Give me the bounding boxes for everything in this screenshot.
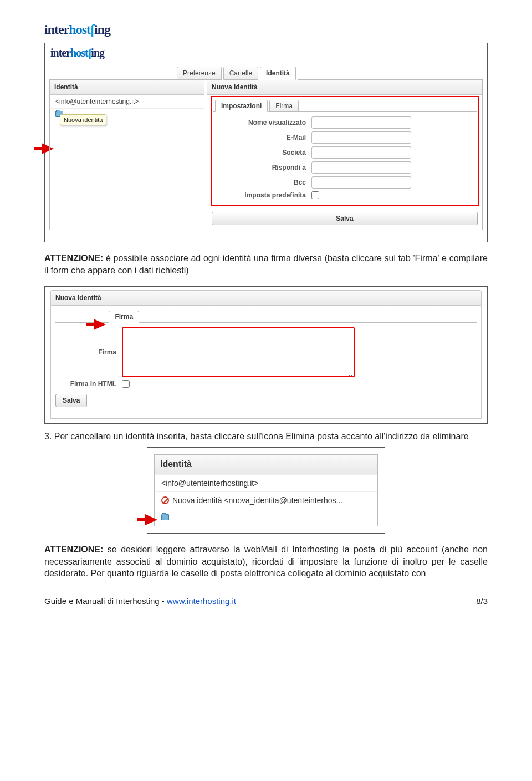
default-checkbox[interactable]	[311, 191, 319, 199]
label-bcc: Bcc	[217, 179, 311, 186]
label-company: Società	[217, 149, 311, 156]
label-email: E-Mail	[217, 134, 311, 141]
footer-link[interactable]: www.interhosting.it	[167, 596, 236, 606]
identities-sidebar: Identità <info@utenteinterhosting.it> Nu…	[49, 80, 204, 230]
company-input[interactable]	[311, 146, 411, 159]
display-name-input[interactable]	[311, 116, 411, 129]
tab-cartelle[interactable]: Cartelle	[223, 67, 258, 80]
identity-row[interactable]: <info@utenteinterhosting.it>	[155, 474, 377, 491]
add-identity-button[interactable]	[155, 509, 377, 526]
page-footer: Guide e Manuali di Interhosting - www.in…	[44, 596, 488, 606]
label-reply-to: Rispondi a	[217, 164, 311, 171]
bcc-input[interactable]	[311, 176, 411, 189]
screenshot-firma-tab: Nuova identità Impostazioni Firma Firma …	[44, 286, 488, 424]
folder-icon	[161, 514, 169, 520]
panel-title: Identità	[155, 455, 377, 474]
callout-arrow-icon	[145, 514, 157, 525]
identity-row-label: Nuova identità <nuova_identita@utenteint…	[172, 496, 342, 505]
label-default: Imposta predefinita	[217, 191, 311, 199]
identity-item[interactable]: <info@utenteinterhosting.it>	[50, 95, 204, 109]
screenshot-identity-list: Identità <info@utenteinterhosting.it> Nu…	[147, 447, 385, 534]
callout-arrow-icon	[94, 319, 106, 330]
attention-paragraph-2: ATTENZIONE: se desideri leggere attraver…	[44, 544, 488, 580]
attention-paragraph-1: ATTENZIONE: è possibile associare ad ogn…	[44, 252, 488, 276]
subtab-firma[interactable]: Firma	[269, 100, 299, 112]
step-3-text: 3. Per cancellare un identità inserita, …	[44, 432, 488, 442]
document-logo: interhostſing	[44, 22, 488, 37]
tab-preferenze[interactable]: Preferenze	[177, 67, 222, 80]
subtab-firma[interactable]: Firma	[109, 311, 139, 323]
save-button[interactable]: Salva	[212, 212, 478, 225]
highlighted-form-area: Impostazioni Firma Nome visualizzato E-M…	[211, 96, 479, 206]
reply-to-input[interactable]	[311, 161, 411, 174]
html-signature-checkbox[interactable]	[122, 380, 130, 388]
tab-identita[interactable]: Identità	[260, 67, 296, 80]
subtab-impostazioni[interactable]: Impostazioni	[215, 100, 268, 112]
app-logo: interhostſing	[45, 43, 487, 63]
panel-title: Nuova identità	[50, 290, 482, 306]
label-firma-html: Firma in HTML	[55, 380, 122, 388]
sidebar-title: Identità	[50, 80, 204, 95]
identity-form-panel: Nuova identità Impostazioni Firma Nome v…	[207, 80, 483, 230]
delete-icon[interactable]	[161, 496, 169, 504]
identity-row[interactable]: Nuova identità <nuova_identita@utenteint…	[155, 491, 377, 509]
tooltip-new-identity: Nuova identità	[60, 114, 106, 125]
screenshot-identities-settings: interhostſing Preferenze Cartelle Identi…	[44, 43, 488, 242]
footer-text: Guide e Manuali di Interhosting -	[44, 596, 167, 606]
label-display-name: Nome visualizzato	[217, 119, 311, 126]
save-button[interactable]: Salva	[55, 394, 87, 407]
page-number: 8/3	[476, 596, 488, 606]
email-input[interactable]	[311, 131, 411, 144]
panel-title: Nuova identità	[207, 80, 482, 95]
signature-textarea[interactable]	[122, 327, 355, 377]
label-firma: Firma	[55, 348, 122, 356]
